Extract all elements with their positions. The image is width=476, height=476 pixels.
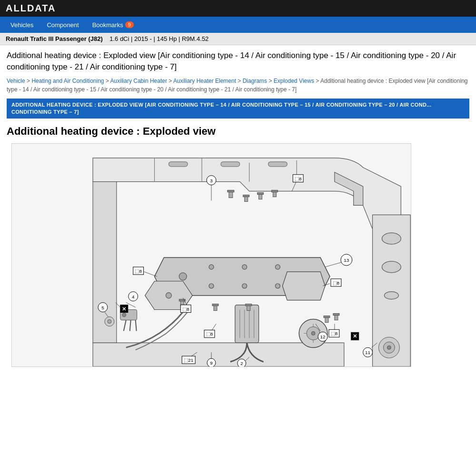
nav-vehicles[interactable]: Vehicles xyxy=(4,17,40,33)
svg-point-15 xyxy=(275,284,280,288)
svg-text:13: 13 xyxy=(344,258,349,263)
vehicle-spec: 1.6 dCi | 2015 - | 145 Hp | R9M.4.52 xyxy=(109,35,208,42)
svg-rect-8 xyxy=(169,162,188,167)
svg-rect-10 xyxy=(268,162,287,167)
breadcrumb-heating[interactable]: Heating and Air Conditioning xyxy=(31,78,104,84)
svg-rect-31 xyxy=(271,190,278,192)
svg-rect-29 xyxy=(258,193,264,195)
svg-text:✕: ✕ xyxy=(122,306,126,312)
svg-point-3 xyxy=(384,292,398,299)
svg-point-55 xyxy=(387,346,391,350)
svg-point-14 xyxy=(275,265,280,269)
svg-text:⬚8: ⬚8 xyxy=(206,332,213,337)
svg-rect-35 xyxy=(212,304,218,306)
breadcrumb-vehicle[interactable]: Vehicle xyxy=(7,78,25,84)
alldata-logo: ALLDATA xyxy=(6,3,56,14)
svg-rect-25 xyxy=(228,190,234,192)
svg-text:9: 9 xyxy=(210,360,213,366)
svg-text:12: 12 xyxy=(320,335,326,340)
svg-text:⬚8: ⬚8 xyxy=(182,307,189,312)
section-heading: Additional heating device : Exploded vie… xyxy=(7,125,469,138)
svg-rect-27 xyxy=(243,195,249,197)
breadcrumb-exploded[interactable]: Exploded Views xyxy=(274,78,314,84)
svg-text:4: 4 xyxy=(132,294,135,299)
breadcrumb-diagrams[interactable]: Diagrams xyxy=(243,78,267,84)
vehicle-bar: Renault Trafic III Passenger (J82) 1.6 d… xyxy=(0,33,476,45)
nav-bookmarks[interactable]: Bookmarks 9 xyxy=(86,17,140,33)
svg-text:11: 11 xyxy=(365,350,371,355)
svg-rect-59 xyxy=(333,314,339,316)
svg-rect-9 xyxy=(221,162,240,167)
nav-bar: Vehicles Component Bookmarks 9 xyxy=(0,17,476,33)
svg-point-17 xyxy=(209,284,214,288)
vehicle-name: Renault Trafic III Passenger (J82) xyxy=(6,35,103,42)
svg-text:⬚21: ⬚21 xyxy=(184,357,194,363)
svg-text:⬚8: ⬚8 xyxy=(295,176,302,181)
svg-text:⬚8: ⬚8 xyxy=(331,331,338,337)
svg-rect-37 xyxy=(246,304,252,306)
svg-rect-57 xyxy=(324,316,330,318)
svg-point-45 xyxy=(108,320,111,324)
nav-component[interactable]: Component xyxy=(40,17,85,33)
svg-point-1 xyxy=(382,233,401,245)
svg-point-18 xyxy=(166,293,171,298)
diagram-container: 3 ⬚8 ⬚8 ⬚8 ⬚8 4 ✕ xyxy=(11,143,411,367)
svg-point-39 xyxy=(122,313,126,317)
main-content: Additional heating device : Exploded vie… xyxy=(0,45,476,372)
svg-text:⬚8: ⬚8 xyxy=(333,280,340,286)
exploded-view-svg: 3 ⬚8 ⬚8 ⬚8 ⬚8 4 ✕ xyxy=(12,144,411,367)
page-title: Additional heating device : Exploded vie… xyxy=(7,50,469,73)
svg-text:✕: ✕ xyxy=(353,334,357,339)
svg-text:2: 2 xyxy=(240,361,243,366)
breadcrumb: Vehicle > Heating and Air Conditioning >… xyxy=(7,77,469,94)
svg-point-12 xyxy=(209,265,214,269)
svg-point-11 xyxy=(179,273,187,280)
svg-point-16 xyxy=(242,284,247,288)
svg-text:⬚8: ⬚8 xyxy=(135,268,142,274)
svg-point-2 xyxy=(382,261,401,273)
blue-banner: ADDITIONAL HEATING DEVICE : EXPLODED VIE… xyxy=(7,99,469,119)
svg-point-48 xyxy=(311,332,315,336)
svg-point-13 xyxy=(242,265,247,269)
breadcrumb-aux-heater[interactable]: Auxiliary Heater Element xyxy=(173,78,236,84)
svg-text:5: 5 xyxy=(101,305,104,310)
svg-text:3: 3 xyxy=(210,178,213,183)
breadcrumb-aux-cabin[interactable]: Auxiliary Cabin Heater xyxy=(110,78,167,84)
top-bar: ALLDATA xyxy=(0,0,476,17)
bookmarks-badge: 9 xyxy=(125,21,134,28)
